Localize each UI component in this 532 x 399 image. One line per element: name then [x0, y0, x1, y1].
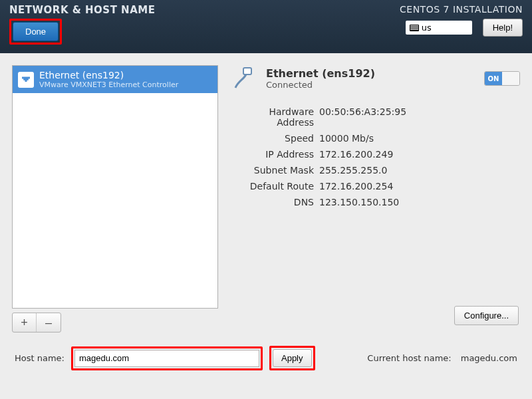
main: Ethernet (ens192) VMware VMXNET3 Etherne… [0, 53, 532, 332]
current-hostname-value: magedu.com [461, 353, 517, 363]
hostname-input-highlight [71, 346, 263, 370]
detail-row: IP Address172.16.200.249 [231, 146, 520, 162]
detail-header: Ethernet (ens192) Connected ON [231, 65, 520, 92]
done-highlight: Done [9, 19, 62, 45]
ethernet-icon [18, 72, 34, 88]
detail-row: Subnet Mask255.255.255.0 [231, 162, 520, 178]
connection-toggle[interactable]: ON [484, 71, 520, 86]
help-button[interactable]: Help! [483, 19, 523, 37]
keyboard-layout-label: us [422, 23, 432, 33]
add-nic-button[interactable]: + [13, 313, 37, 332]
nic-column: Ethernet (ens192) VMware VMXNET3 Etherne… [12, 65, 218, 332]
hostname-label: Host name: [15, 353, 65, 363]
toggle-on-label: ON [485, 72, 502, 85]
done-button[interactable]: Done [13, 22, 59, 41]
detail-rows: Hardware Address00:50:56:A3:25:95 Speed1… [231, 104, 520, 210]
keyboard-layout[interactable]: us [406, 21, 472, 35]
hostname-input[interactable] [74, 350, 259, 367]
nic-item[interactable]: Ethernet (ens192) VMware VMXNET3 Etherne… [13, 66, 217, 93]
remove-nic-button[interactable]: – [37, 313, 61, 332]
toggle-off-side [502, 72, 519, 85]
footer: Host name: Apply Current host name: mage… [0, 346, 532, 370]
detail-status: Connected [266, 80, 375, 90]
apply-button[interactable]: Apply [273, 349, 312, 367]
configure-area: Configure... [454, 306, 519, 325]
svg-rect-0 [243, 68, 251, 74]
keyboard-icon [410, 25, 419, 31]
header-right: CENTOS 7 INSTALLATION us Help! [400, 4, 523, 53]
detail-column: Ethernet (ens192) Connected ON Hardware … [231, 65, 520, 332]
configure-button[interactable]: Configure... [454, 306, 519, 325]
nic-list[interactable]: Ethernet (ens192) VMware VMXNET3 Etherne… [12, 65, 218, 309]
apply-highlight: Apply [269, 346, 315, 370]
detail-row: DNS123.150.150.150 [231, 194, 520, 210]
header-left: NETWORK & HOST NAME Done [9, 4, 155, 53]
nic-buttons: + – [12, 313, 61, 332]
detail-name: Ethernet (ens192) [266, 67, 375, 80]
detail-row: Speed10000 Mb/s [231, 130, 520, 146]
nic-name: Ethernet (ens192) [39, 70, 178, 80]
detail-row: Default Route172.16.200.254 [231, 178, 520, 194]
page-title: NETWORK & HOST NAME [9, 4, 155, 16]
installer-title: CENTOS 7 INSTALLATION [400, 4, 523, 15]
nic-subtitle: VMware VMXNET3 Ethernet Controller [39, 80, 178, 89]
ethernet-cable-icon [231, 65, 258, 92]
detail-row: Hardware Address00:50:56:A3:25:95 [231, 104, 520, 130]
header: NETWORK & HOST NAME Done CENTOS 7 INSTAL… [0, 0, 532, 53]
current-hostname-label: Current host name: [367, 353, 451, 363]
